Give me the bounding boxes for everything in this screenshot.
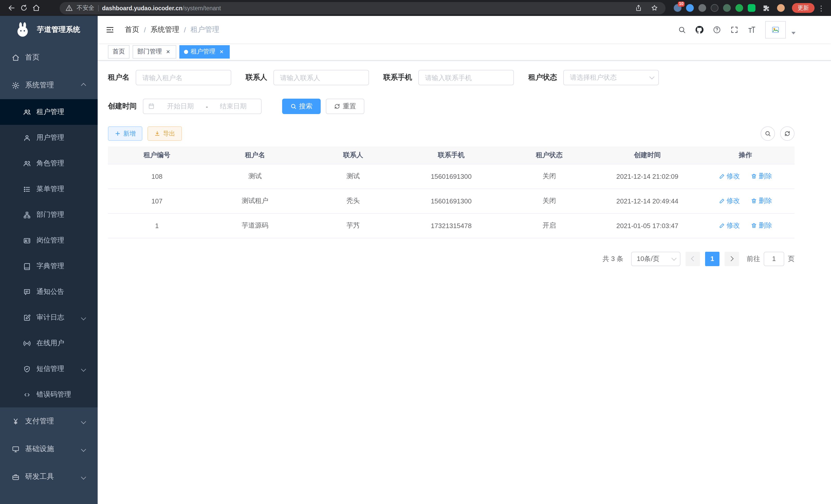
- sidebar-item-post[interactable]: 岗位管理: [0, 228, 98, 253]
- reset-button[interactable]: 重置: [326, 99, 364, 114]
- contact-label: 联系人: [246, 73, 274, 82]
- security-label[interactable]: 不安全: [77, 4, 94, 12]
- prev-page-button[interactable]: [686, 251, 700, 266]
- tag-close-icon[interactable]: ×: [165, 48, 172, 55]
- delete-link[interactable]: 删除: [751, 196, 772, 206]
- tag-tenant-active[interactable]: 租户管理 ×: [179, 45, 230, 58]
- monitor-icon: [11, 445, 20, 453]
- sidebar-item-menu[interactable]: 菜单管理: [0, 176, 98, 202]
- url-text[interactable]: dashboard.yudao.iocoder.cn/system/tenant: [102, 5, 221, 11]
- user-icon: [23, 134, 31, 142]
- col-contact: 联系人: [304, 146, 402, 164]
- cell-phone: 15601691300: [402, 188, 500, 213]
- font-size-icon[interactable]: [745, 23, 758, 36]
- back-icon[interactable]: [5, 2, 18, 14]
- sidebar-item-role[interactable]: 角色管理: [0, 151, 98, 176]
- edit-note-icon: [23, 314, 31, 322]
- col-created: 创建时间: [598, 146, 696, 164]
- extension-icon-5[interactable]: [723, 4, 731, 12]
- tenant-name-input[interactable]: [136, 70, 231, 85]
- bookmark-star-icon[interactable]: [648, 2, 660, 14]
- cell-phone: 17321315478: [402, 213, 500, 238]
- search-button[interactable]: 搜索: [282, 99, 321, 114]
- profile-avatar-icon[interactable]: [777, 4, 785, 12]
- tag-home[interactable]: 首页: [108, 45, 130, 58]
- sidebar-item-user[interactable]: 用户管理: [0, 125, 98, 151]
- col-actions: 操作: [696, 146, 795, 164]
- puzzle-extensions-icon[interactable]: [760, 2, 772, 14]
- sidebar-item-label: 错误码管理: [36, 390, 71, 399]
- page-1-button[interactable]: 1: [705, 251, 719, 266]
- help-icon[interactable]: [710, 23, 724, 36]
- sidebar-item-online-users[interactable]: 在线用户: [0, 330, 98, 356]
- cell-tenant-id: 108: [108, 164, 206, 188]
- page-content: 租户名 联系人 联系手机 租户状态: [98, 61, 831, 504]
- fullscreen-icon[interactable]: [727, 23, 741, 36]
- extension-icon-2[interactable]: [686, 4, 694, 12]
- user-menu-caret-icon[interactable]: [792, 32, 796, 34]
- status-select[interactable]: 请选择租户状态: [563, 70, 659, 85]
- sidebar-item-sms[interactable]: 短信管理: [0, 356, 98, 382]
- extension-icon-1[interactable]: 10: [674, 4, 682, 12]
- date-start-placeholder[interactable]: 开始日期: [157, 102, 204, 111]
- status-label: 租户状态: [528, 73, 563, 82]
- address-bar[interactable]: 不安全 dashboard.yudao.iocoder.cn/system/te…: [60, 2, 665, 14]
- phone-input[interactable]: [418, 70, 514, 85]
- extension-icon-7[interactable]: [748, 4, 755, 12]
- reload-icon[interactable]: [18, 2, 30, 14]
- delete-link[interactable]: 删除: [751, 221, 772, 230]
- sidebar-item-label: 在线用户: [36, 338, 64, 348]
- sidebar-item-home[interactable]: 首页: [0, 44, 98, 71]
- app-title: 芋道管理系统: [37, 25, 80, 34]
- chevron-down-icon: [81, 366, 86, 372]
- sidebar-item-error-code[interactable]: 错误码管理: [0, 382, 98, 407]
- tag-close-icon[interactable]: ×: [218, 48, 225, 55]
- sidebar-item-dict[interactable]: 字典管理: [0, 253, 98, 279]
- extension-icon-6[interactable]: [736, 4, 743, 12]
- sidebar-toggle-icon[interactable]: [105, 24, 117, 35]
- sidebar-item-dept[interactable]: 部门管理: [0, 202, 98, 228]
- edit-link[interactable]: 修改: [719, 196, 740, 206]
- shield-icon: [23, 365, 31, 373]
- cell-contact: 测试: [304, 164, 402, 188]
- sidebar-item-infrastructure[interactable]: 基础设施: [0, 435, 98, 463]
- sidebar-item-system[interactable]: 系统管理: [0, 71, 98, 99]
- extension-icon-3[interactable]: [698, 4, 706, 12]
- github-icon[interactable]: [692, 23, 706, 36]
- goto-page-input[interactable]: [764, 251, 784, 266]
- date-end-placeholder[interactable]: 结束日期: [210, 102, 256, 111]
- sidebar-logo[interactable]: 芋道管理系统: [0, 16, 98, 44]
- share-icon[interactable]: [632, 2, 644, 14]
- breadcrumb-system[interactable]: 系统管理: [150, 25, 179, 34]
- user-avatar[interactable]: [765, 21, 786, 38]
- breadcrumb-home[interactable]: 首页: [125, 25, 139, 34]
- filter-contact: 联系人: [246, 70, 369, 85]
- url-host[interactable]: dashboard.yudao.iocoder.cn: [102, 5, 182, 11]
- edit-link-label: 修改: [726, 172, 740, 181]
- add-button[interactable]: 新增: [108, 126, 142, 141]
- search-icon[interactable]: [675, 23, 689, 36]
- table-row: 107 测试租户 秃头 15601691300 关闭 2021-12-14 20…: [108, 188, 795, 213]
- next-page-button[interactable]: [725, 251, 739, 266]
- sidebar-item-notice[interactable]: 通知公告: [0, 279, 98, 305]
- sidebar-item-payment[interactable]: 支付管理: [0, 407, 98, 435]
- sidebar-item-audit-log[interactable]: 审计日志: [0, 305, 98, 330]
- url-path[interactable]: /system/tenant: [182, 5, 221, 11]
- export-button[interactable]: 导出: [147, 126, 182, 141]
- edit-link[interactable]: 修改: [719, 172, 740, 181]
- page-size-select[interactable]: 10条/页: [631, 251, 681, 266]
- update-button[interactable]: 更新: [792, 3, 814, 13]
- contact-input[interactable]: [274, 70, 369, 85]
- refresh-button[interactable]: [780, 126, 795, 141]
- browser-home-icon[interactable]: [30, 2, 42, 14]
- delete-link[interactable]: 删除: [751, 172, 772, 181]
- sidebar-item-tenant[interactable]: 租户管理: [0, 99, 98, 125]
- sidebar-item-dev-tools[interactable]: 研发工具: [0, 463, 98, 491]
- sidebar-item-label: 基础设施: [25, 444, 54, 454]
- tag-dept[interactable]: 部门管理 ×: [133, 45, 176, 58]
- extension-icon-4[interactable]: [711, 4, 718, 12]
- show-search-toggle-button[interactable]: [761, 126, 775, 141]
- date-range-picker[interactable]: 开始日期 - 结束日期: [143, 99, 262, 114]
- browser-menu-icon[interactable]: ⋮: [816, 4, 826, 12]
- edit-link[interactable]: 修改: [719, 221, 740, 230]
